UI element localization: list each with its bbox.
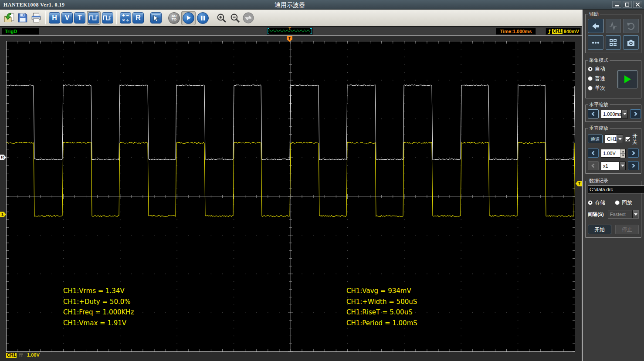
cursor-button[interactable]	[150, 12, 162, 24]
window-controls	[612, 1, 642, 8]
waveform-measure-button[interactable]	[102, 12, 113, 24]
radio-label: 普通	[595, 75, 605, 81]
vertical-menu-button[interactable]: V	[61, 12, 73, 24]
channel-select-button[interactable]: 通道	[588, 135, 603, 143]
measurement: CH1:+Width = 500uS	[346, 297, 417, 307]
aux-undo-button[interactable]	[623, 19, 639, 33]
aux-back-arrow-button[interactable]	[588, 19, 603, 33]
multiplier-decrease-button[interactable]	[588, 161, 599, 170]
channel-value: CH1	[605, 135, 617, 143]
chevron-down-icon	[621, 110, 627, 118]
waveform-icon	[609, 22, 617, 30]
acquire-group-title: 采集模式	[588, 57, 610, 63]
auto-setup-button[interactable]: AUTO	[168, 12, 180, 24]
camera-icon	[627, 38, 635, 47]
measurement: CH1:Period = 1.00mS	[346, 318, 417, 329]
volts-per-div-spinner[interactable]: 1.00V	[601, 149, 626, 158]
toolbar-separator	[212, 11, 212, 24]
spinner-buttons[interactable]	[620, 149, 625, 157]
auto-setup-label: AUTO	[171, 14, 178, 21]
horizontal-zoom-title: 水平缩放	[588, 102, 610, 108]
channel-select[interactable]: CH1	[605, 135, 623, 143]
measurements-right: CH1:Vavg = 934mVCH1:+Width = 500uSCH1:Ri…	[346, 286, 417, 328]
measurement: CH1:Freq = 1.000KHz	[63, 307, 134, 318]
channel-switch-label: 开关	[632, 133, 639, 145]
measurements-left: CH1:Vrms = 1.34VCH1:+Duty = 50.0%CH1:Fre…	[63, 286, 134, 328]
radio-icon	[615, 200, 620, 205]
horizontal-menu-button[interactable]: H	[49, 12, 60, 24]
undo-icon	[627, 22, 635, 30]
aux-group: 辅助	[585, 14, 641, 53]
channel-label[interactable]: CH1 1.00V	[6, 352, 40, 358]
refresh-button[interactable]	[242, 12, 254, 24]
title-bar: HANTEK1008 Ver1. 0.19 通用示波器	[0, 0, 644, 10]
cursor-icon	[151, 13, 161, 23]
zoom-in-button[interactable]	[215, 12, 227, 24]
record-mode-radio[interactable]: 回放	[615, 199, 632, 206]
measurement: CH1:+Duty = 50.0%	[63, 297, 134, 307]
vertical-zoom-group: 垂直缩放 通道 CH1 开关 1.00V	[585, 128, 641, 174]
channel1-zero-marker[interactable]: 1	[0, 212, 6, 217]
record-start-button[interactable]: 开始	[588, 225, 611, 234]
record-path-input[interactable]	[588, 186, 644, 193]
timebase-decrease-button[interactable]	[588, 109, 599, 118]
back-arrow-icon	[591, 22, 600, 30]
minimize-icon	[615, 3, 619, 7]
record-mode-radio[interactable]: 存储	[588, 199, 605, 206]
save-button[interactable]	[17, 12, 29, 24]
toolbar-separator	[147, 11, 147, 24]
close-button[interactable]	[633, 1, 642, 8]
volts-per-div-value: 1.00V	[601, 149, 620, 157]
multiplier-increase-button[interactable]	[628, 161, 639, 170]
aux-waveform-button[interactable]	[606, 19, 621, 33]
floppy-icon	[17, 12, 28, 24]
data-record-group: 数据记录 ... 存储回放 间隔(S) Fastest 开始 停止	[585, 181, 641, 238]
timebase-select[interactable]: 1.000ms	[601, 110, 628, 118]
toolbar-separator	[45, 11, 46, 24]
volts-decrease-button[interactable]	[588, 148, 599, 158]
record-preview[interactable]: T	[267, 27, 313, 35]
record-stop-button[interactable]: 停止	[615, 225, 639, 234]
horizontal-zoom-group: 水平缩放 1.000ms	[585, 105, 641, 122]
chevron-right-icon	[631, 163, 636, 168]
waveform-mode-button[interactable]	[87, 11, 101, 25]
refresh-icon	[243, 12, 254, 24]
measurement: CH1:Vavg = 934mV	[346, 286, 417, 297]
reference-button[interactable]: R	[132, 12, 144, 24]
aux-group-title: 辅助	[588, 11, 600, 17]
trigger-menu-button[interactable]: T	[74, 12, 85, 24]
zoom-out-icon	[230, 13, 241, 24]
reference-level-marker[interactable]: R	[0, 155, 6, 160]
aux-camera-button[interactable]	[623, 35, 639, 50]
print-button[interactable]	[30, 12, 42, 24]
open-file-button[interactable]	[3, 12, 15, 24]
maximize-button[interactable]	[623, 1, 632, 8]
run-button[interactable]	[181, 11, 196, 25]
zoom-out-button[interactable]	[229, 12, 241, 24]
volts-increase-button[interactable]	[628, 148, 639, 158]
preview-left-bracket[interactable]	[268, 28, 269, 34]
radio-icon	[588, 86, 593, 91]
maximize-icon	[625, 3, 629, 7]
chevron-left-icon	[591, 111, 596, 116]
multiplier-value: x1	[601, 162, 619, 170]
radio-label: 自动	[595, 66, 605, 72]
trigger-level-value: 840mV	[564, 29, 579, 34]
aux-qr-code-button[interactable]	[606, 35, 621, 50]
multiplier-select[interactable]: x1	[601, 162, 626, 170]
trigger-readout: CH1 840mV	[546, 28, 581, 35]
chevron-left-icon	[591, 163, 596, 168]
aux-ellipsis-button[interactable]	[588, 35, 603, 50]
channel-switch-checkbox[interactable]	[625, 137, 630, 142]
timebase-increase-button[interactable]	[630, 109, 641, 118]
preview-right-bracket[interactable]	[310, 28, 312, 34]
zoom-in-icon	[216, 13, 227, 24]
interval-select[interactable]: Fastest	[608, 210, 639, 219]
pause-button[interactable]	[197, 12, 209, 24]
trigger-level-marker[interactable]: T	[576, 181, 582, 186]
acquire-run-button[interactable]	[617, 70, 637, 88]
math-button[interactable]: + −× ÷	[120, 12, 131, 24]
measurement: CH1:RiseT = 5.00uS	[346, 307, 417, 318]
play-icon	[186, 15, 191, 20]
minimize-button[interactable]	[612, 1, 621, 8]
